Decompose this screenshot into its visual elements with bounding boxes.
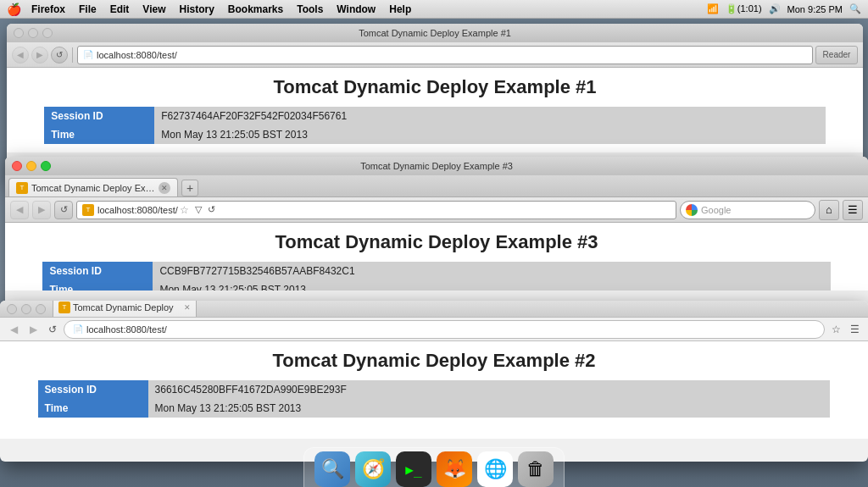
menu-button-2[interactable]: ☰ xyxy=(846,321,863,338)
tab-container-2: T Tomcat Dynamic Deploy ✕ xyxy=(53,301,197,317)
bookmark-button-3[interactable]: ☆ xyxy=(178,203,192,217)
session-label-1: Session ID xyxy=(44,107,154,125)
time-value-3: Mon May 13 21:25:05 BST 2013 xyxy=(153,280,830,291)
grid-button-3[interactable]: ☰ xyxy=(843,200,863,220)
search-icon[interactable]: 🔍 xyxy=(849,3,861,14)
menu-bar: 🍎 Firefox File Edit View History Bookmar… xyxy=(0,0,868,19)
menu-tools[interactable]: Tools xyxy=(297,3,323,15)
title-bar-1: Tomcat Dynamic Deploy Example #1 xyxy=(7,24,863,42)
tab-bar-3: T Tomcat Dynamic Deploy Examp... ✕ + xyxy=(5,175,868,197)
tab-3[interactable]: T Tomcat Dynamic Deploy Examp... ✕ xyxy=(8,178,178,196)
reload-button-3[interactable]: ↺ xyxy=(54,201,73,219)
maximize-button-3[interactable] xyxy=(41,161,51,171)
session-label-2: Session ID xyxy=(38,380,148,399)
menu-window[interactable]: Window xyxy=(337,3,376,15)
address-text-3: localhost:8080/test/ xyxy=(97,205,178,215)
close-button-3[interactable] xyxy=(12,161,22,171)
battery-icon: 🔋(1:01) xyxy=(726,3,762,14)
address-text-1: localhost:8080/test/ xyxy=(97,50,177,60)
minimize-button-2[interactable] xyxy=(21,304,31,314)
tab-favicon-2: T xyxy=(58,302,70,313)
apple-menu[interactable]: 🍎 xyxy=(7,3,21,16)
nav-bar-1: ◀ ▶ ↺ 📄 localhost:8080/test/ Reader xyxy=(7,42,863,68)
reload-button-2[interactable]: ↺ xyxy=(44,321,61,338)
tab-close-icon-2[interactable]: ✕ xyxy=(184,303,191,312)
desktop: 🍎 Firefox File Edit View History Bookmar… xyxy=(0,0,868,487)
traffic-lights-3[interactable] xyxy=(12,161,51,171)
browser-window-3: Tomcat Dynamic Deploy Example #3 T Tomca… xyxy=(5,157,868,313)
volume-icon: 🔊 xyxy=(769,3,781,14)
dock-chrome[interactable]: 🌐 xyxy=(477,451,513,487)
dock-trash[interactable]: 🗑 xyxy=(518,451,554,487)
time-label-1: Time xyxy=(44,125,154,144)
forward-button-1[interactable]: ▶ xyxy=(31,47,48,64)
forward-button-2[interactable]: ▶ xyxy=(25,321,42,338)
tab-label-2: Tomcat Dynamic Deploy xyxy=(73,302,181,313)
time-row-3: Time Mon May 13 21:25:05 BST 2013 xyxy=(42,280,830,291)
separator-1 xyxy=(72,47,73,63)
nav-bar-3: ◀ ▶ ↺ T localhost:8080/test/ ☆ ▽ ↺ Googl… xyxy=(5,197,868,223)
back-button-3[interactable]: ◀ xyxy=(10,201,29,219)
back-button-1[interactable]: ◀ xyxy=(12,47,29,64)
wifi-icon: 📶 xyxy=(707,3,719,14)
time-display: Mon 9:25 PM xyxy=(787,4,843,14)
maximize-button-2[interactable] xyxy=(36,304,46,314)
tab-2[interactable]: T Tomcat Dynamic Deploy ✕ xyxy=(53,301,197,317)
title-bar-3: Tomcat Dynamic Deploy Example #3 xyxy=(5,157,868,175)
address-bar-3[interactable]: T localhost:8080/test/ ☆ ▽ ↺ xyxy=(76,201,676,219)
bookmark-star-2[interactable]: ☆ xyxy=(827,321,844,338)
minimize-button-3[interactable] xyxy=(26,161,36,171)
time-value-2: Mon May 13 21:25:05 BST 2013 xyxy=(148,399,831,418)
menu-view[interactable]: View xyxy=(142,3,165,15)
back-button-2[interactable]: ◀ xyxy=(5,321,22,338)
menu-bar-right: 📶 🔋(1:01) 🔊 Mon 9:25 PM 🔍 xyxy=(707,3,861,14)
page-content-2: Tomcat Dynamic Deploy Example #2 Session… xyxy=(0,341,868,439)
address-bar-2[interactable]: 📄 localhost:8080/test/ xyxy=(64,320,825,339)
menu-bookmarks[interactable]: Bookmarks xyxy=(228,3,283,15)
time-label-2: Time xyxy=(38,399,148,418)
nav-bar-2: ◀ ▶ ↺ 📄 localhost:8080/test/ ☆ ☰ xyxy=(0,318,868,341)
tab-favicon-3: T xyxy=(16,182,28,194)
dock-firefox[interactable]: 🦊 xyxy=(437,451,472,487)
menu-history[interactable]: History xyxy=(180,3,214,15)
refresh-indicator-3[interactable]: ▽ xyxy=(192,203,205,217)
traffic-lights-1[interactable] xyxy=(14,28,53,38)
forward-button-3[interactable]: ▶ xyxy=(32,201,51,219)
refresh-button-3[interactable]: ↺ xyxy=(205,203,219,217)
address-favicon-1: 📄 xyxy=(83,50,93,59)
dock-terminal[interactable]: ▶_ xyxy=(396,451,431,487)
info-table-3: Session ID CCB9FB7727715B32546B57AABF843… xyxy=(42,262,830,291)
session-value-1: F62737464AF20F32F542F02034F56761 xyxy=(154,107,826,125)
menu-firefox[interactable]: Firefox xyxy=(31,3,65,15)
tab-close-3[interactable]: ✕ xyxy=(159,182,170,194)
menu-file[interactable]: File xyxy=(79,3,97,15)
page-content-3: Tomcat Dynamic Deploy Example #3 Session… xyxy=(5,223,868,291)
menu-edit[interactable]: Edit xyxy=(110,3,130,15)
home-button-3[interactable]: ⌂ xyxy=(819,200,839,220)
reader-button-1[interactable]: Reader xyxy=(815,46,858,64)
search-bar-3[interactable]: Google xyxy=(680,201,815,219)
maximize-button-1[interactable] xyxy=(42,28,53,38)
reload-button-1[interactable]: ↺ xyxy=(51,47,68,64)
menu-help[interactable]: Help xyxy=(389,3,411,15)
dock-safari[interactable]: 🧭 xyxy=(355,451,391,487)
page-title-3: Tomcat Dynamic Deploy Example #3 xyxy=(22,231,851,253)
dock-finder[interactable]: 🔍 xyxy=(314,451,350,487)
minimize-button-1[interactable] xyxy=(28,28,38,38)
page-icon-2: 📄 xyxy=(73,324,83,334)
window-title-3: Tomcat Dynamic Deploy Example #3 xyxy=(360,161,513,171)
close-button-2[interactable] xyxy=(7,304,17,314)
address-bar-1[interactable]: 📄 localhost:8080/test/ xyxy=(77,46,813,64)
address-text-2: localhost:8080/test/ xyxy=(86,324,167,335)
traffic-lights-2[interactable] xyxy=(7,304,46,314)
session-label-3: Session ID xyxy=(42,262,153,280)
menu-bar-items: Firefox File Edit View History Bookmarks… xyxy=(31,3,411,15)
info-table-2: Session ID 36616C45280BFF41672DA990E9BE2… xyxy=(38,380,831,418)
close-button-1[interactable] xyxy=(14,28,24,38)
browser-window-1: Tomcat Dynamic Deploy Example #1 ◀ ▶ ↺ 📄… xyxy=(7,24,863,176)
search-placeholder-3: Google xyxy=(701,205,731,215)
session-row-2: Session ID 36616C45280BFF41672DA990E9BE2… xyxy=(38,380,831,399)
new-tab-button-3[interactable]: + xyxy=(181,180,198,196)
google-icon-3 xyxy=(686,204,698,216)
window-title-1: Tomcat Dynamic Deploy Example #1 xyxy=(359,28,511,38)
